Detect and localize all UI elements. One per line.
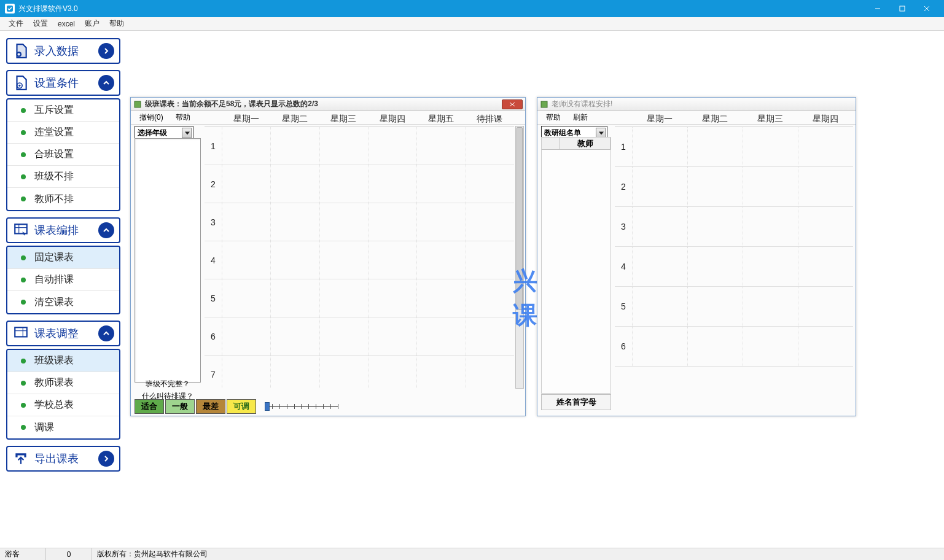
window-controls <box>865 0 939 17</box>
window-icon <box>540 100 548 109</box>
sidebar-item-teacher-schedule[interactable]: 教师课表 <box>7 372 119 394</box>
sidebar-item-fixed-schedule[interactable]: 固定课表 <box>7 247 119 269</box>
grid-header: 星期一 星期二 星期三 星期四 星期五 待排课 <box>205 111 514 127</box>
period-number: 3 <box>615 207 632 246</box>
sidebar-item-class-schedule[interactable]: 班级课表 <box>7 350 119 372</box>
item-label: 连堂设置 <box>34 126 74 139</box>
grid-row: 1 <box>205 127 514 165</box>
window-close-button[interactable] <box>502 99 523 109</box>
maximize-button[interactable] <box>890 0 915 17</box>
window-title: 老师没有课程安排! <box>552 99 853 109</box>
menubar: 文件 设置 excel 账户 帮助 <box>0 17 944 31</box>
grid-row: 6 <box>205 317 514 356</box>
item-label: 合班设置 <box>34 148 74 161</box>
item-label: 自动排课 <box>34 273 74 286</box>
grid-body[interactable]: 1 2 3 4 5 6 7 <box>205 127 514 389</box>
period-number: 2 <box>615 167 632 206</box>
section-label: 课表调整 <box>34 326 98 341</box>
sidebar-item-auto-schedule[interactable]: 自动排课 <box>7 269 119 291</box>
day-header: 星期四 <box>368 114 416 125</box>
period-number: 7 <box>205 356 222 389</box>
bullet-icon <box>21 196 26 201</box>
grid-box-icon <box>12 325 29 342</box>
svg-rect-14 <box>135 101 141 107</box>
bullet-icon <box>21 130 26 135</box>
sidebar-section-input-data[interactable]: 录入数据 <box>6 38 120 64</box>
period-number: 1 <box>205 127 222 165</box>
day-header: 星期一 <box>222 114 270 125</box>
legend-worst[interactable]: 最差 <box>196 399 225 414</box>
sidebar-item-consecutive[interactable]: 连堂设置 <box>7 122 119 144</box>
sidebar-item-class-no-schedule[interactable]: 班级不排 <box>7 166 119 188</box>
item-label: 教师不排 <box>34 193 74 206</box>
teacher-list[interactable]: 教师 <box>541 137 611 394</box>
menu-excel[interactable]: excel <box>53 18 80 29</box>
window-titlebar: 老师没有课程安排! <box>537 98 856 111</box>
bullet-icon <box>21 174 26 179</box>
statusbar: 游客 0 版权所有：贵州起马软件有限公司 <box>0 548 944 560</box>
chevron-up-icon <box>98 75 114 91</box>
sidebar-item-clear-schedule[interactable]: 清空课表 <box>7 291 119 313</box>
sidebar-item-merge-class[interactable]: 合班设置 <box>7 144 119 166</box>
bullet-icon <box>21 278 26 282</box>
sidebar-item-swap-class[interactable]: 调课 <box>7 416 119 438</box>
item-label: 固定课表 <box>34 251 74 264</box>
day-header: 星期二 <box>270 114 319 125</box>
refresh-button[interactable]: 刷新 <box>567 111 594 124</box>
legend-adjustable[interactable]: 可调 <box>227 399 256 414</box>
legend-fit[interactable]: 适合 <box>135 399 164 414</box>
section-label: 设置条件 <box>34 76 98 90</box>
close-button[interactable] <box>915 0 939 17</box>
upload-icon <box>12 450 29 467</box>
minimize-button[interactable] <box>865 0 890 17</box>
dropdown-arrow-icon <box>185 131 190 134</box>
sidebar-item-teacher-no-schedule[interactable]: 教师不排 <box>7 188 119 210</box>
item-label: 班级不排 <box>34 170 74 183</box>
set-conditions-items: 互斥设置 连堂设置 合班设置 班级不排 教师不排 <box>6 98 120 211</box>
grid-row: 2 <box>205 165 514 203</box>
grid-cursor-icon <box>12 222 29 239</box>
bullet-icon <box>21 425 26 430</box>
chevron-right-icon <box>98 451 114 467</box>
item-label: 学校总表 <box>34 399 74 411</box>
bullet-icon <box>21 300 26 305</box>
sidebar-item-school-all[interactable]: 学校总表 <box>7 394 119 416</box>
zoom-slider[interactable] <box>265 402 338 411</box>
sidebar-section-schedule-arrange[interactable]: 课表编排 <box>6 217 120 243</box>
day-header: 待排课 <box>466 114 514 125</box>
item-label: 教师课表 <box>34 376 74 389</box>
schedule-arrange-items: 固定课表 自动排课 清空课表 <box>6 246 120 314</box>
grid-row: 3 <box>205 203 514 241</box>
bullet-icon <box>21 381 26 386</box>
name-initial-hint[interactable]: 姓名首字母 <box>541 394 611 410</box>
class-list[interactable] <box>135 138 201 383</box>
sidebar-section-export[interactable]: 导出课表 <box>6 446 120 472</box>
chevron-right-icon <box>98 43 114 59</box>
legend-general[interactable]: 一般 <box>165 399 195 414</box>
sidebar-item-exclusion[interactable]: 互斥设置 <box>7 99 119 122</box>
slider-thumb[interactable] <box>265 402 270 411</box>
chevron-up-icon <box>98 222 114 238</box>
scrollbar-thumb[interactable] <box>517 127 523 310</box>
sidebar-section-schedule-adjust[interactable]: 课表调整 <box>6 321 120 346</box>
menu-help[interactable]: 帮助 <box>104 17 129 30</box>
bullet-icon <box>21 359 26 364</box>
day-header: 星期三 <box>743 114 798 125</box>
hint-line1[interactable]: 班级不完整？ <box>135 378 201 390</box>
menu-account[interactable]: 账户 <box>80 17 104 30</box>
section-label: 导出课表 <box>34 451 98 466</box>
undo-button[interactable]: 撤销(0) <box>133 111 170 124</box>
grid-row: 5 <box>615 287 853 327</box>
menu-settings[interactable]: 设置 <box>28 17 53 30</box>
bullet-icon <box>21 152 26 157</box>
menu-file[interactable]: 文件 <box>4 17 28 30</box>
class-schedule-window: 级班课表：当前余额不足58元，课表只显示总数的2/3 撤销(0) 帮助 选择年级… <box>130 97 526 416</box>
sidebar-section-set-conditions[interactable]: 设置条件 <box>6 70 120 96</box>
svg-rect-8 <box>15 224 27 233</box>
help-button[interactable]: 帮助 <box>170 111 197 124</box>
grid-body[interactable]: 1 2 3 4 5 6 <box>615 127 853 413</box>
help-button[interactable]: 帮助 <box>540 111 567 124</box>
vertical-scrollbar[interactable] <box>515 126 524 389</box>
period-number: 4 <box>205 241 222 279</box>
period-number: 6 <box>205 317 222 355</box>
